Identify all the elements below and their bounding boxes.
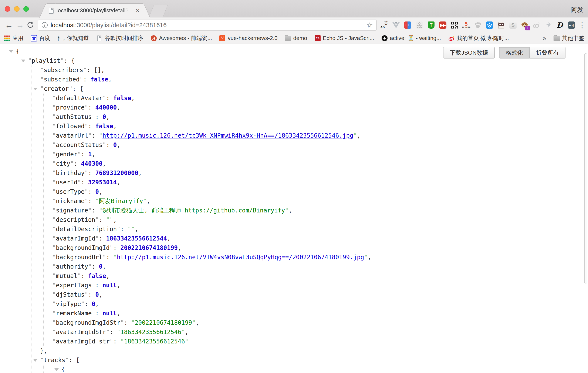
- download-json-button[interactable]: 下载JSON数据: [443, 47, 495, 58]
- image-downloader-extension-icon[interactable]: [486, 21, 494, 29]
- json-line: "vipType": 0,: [0, 299, 588, 309]
- json-line: "subscribers": [],: [0, 65, 588, 75]
- json-key: "avatarUrl": [52, 132, 92, 139]
- json-punctuation: },: [40, 347, 47, 354]
- fullscreen-window-button[interactable]: [23, 6, 29, 12]
- page-favicon: [49, 8, 53, 14]
- json-punctuation: ,: [167, 235, 170, 242]
- json-punctuation: ,: [92, 151, 95, 158]
- bookmark-star-icon[interactable]: ☆: [367, 21, 373, 29]
- reload-button[interactable]: [27, 21, 34, 29]
- bookmarks-overflow-icon[interactable]: »: [543, 34, 546, 42]
- json-line: "signature": "深圳市爱猫人士, 前端工程师 https://git…: [0, 206, 588, 215]
- json-key: "userType": [52, 188, 88, 195]
- json-punctuation: :: [106, 141, 113, 149]
- video-speed-extension-icon[interactable]: ▶▶: [439, 21, 447, 29]
- json-value: null: [103, 310, 117, 317]
- fe-helper-extension-icon[interactable]: FE: [404, 21, 411, 29]
- json-line: "nickname": "阿发Binaryify",: [0, 196, 588, 206]
- json-punctuation: {: [16, 48, 20, 55]
- monkey-extension-icon[interactable]: 1: [521, 21, 528, 29]
- bookmark-item[interactable]: 百度一下，你就知道: [31, 34, 89, 42]
- json-line: "tracks": [: [0, 356, 588, 365]
- qr-code-extension-icon[interactable]: [451, 21, 458, 29]
- json-key: "signature": [52, 207, 92, 214]
- bookmark-item[interactable]: JSEcho JS - JavaScri...: [315, 34, 374, 42]
- json-key: "creator": [40, 85, 73, 92]
- bookmark-item[interactable]: Vvue-hackernews-2.0: [219, 34, 277, 42]
- url-bar[interactable]: i localhost:3000/playlist/detail?id=2438…: [38, 20, 377, 31]
- sitemap-extension-icon[interactable]: [416, 21, 423, 29]
- json-punctuation: ,: [99, 188, 103, 195]
- json-punctuation: ,: [131, 95, 135, 102]
- other-bookmarks-folder[interactable]: 其他书签: [554, 34, 584, 42]
- json-punctuation: ,: [138, 170, 142, 177]
- format-button[interactable]: 格式化: [499, 47, 529, 58]
- html5-player-extension-icon[interactable]: 5PLAYER: [462, 21, 470, 29]
- collapse-toggle-icon[interactable]: [33, 359, 37, 362]
- bookmark-item[interactable]: demo: [285, 34, 307, 42]
- vue-devtools-extension-icon[interactable]: [392, 21, 400, 29]
- dark-reader-extension-icon[interactable]: D: [556, 21, 564, 29]
- collapse-all-button[interactable]: 折叠所有: [529, 47, 566, 58]
- close-window-button[interactable]: [5, 6, 10, 12]
- json-key: "detailDescription": [52, 226, 120, 233]
- json-key: "backgroundUrl": [52, 254, 106, 261]
- json-line: "authStatus": 0,: [0, 112, 588, 122]
- tampermonkey-extension-icon[interactable]: T: [427, 21, 435, 29]
- hummingbird-extension-icon[interactable]: [544, 21, 552, 29]
- paw-extension-icon[interactable]: [474, 21, 482, 29]
- json-punctuation: ,: [117, 282, 120, 289]
- json-line: "description": "",: [0, 215, 588, 224]
- browser-tab[interactable]: localhost:3000/playlist/detail? ×: [48, 3, 142, 17]
- json-punctuation: :: [88, 198, 95, 204]
- bookmark-label: active: ⏳ - waiting...: [390, 35, 441, 42]
- json-value: false: [95, 123, 113, 130]
- json-string: "": [127, 226, 135, 233]
- weibo-gray-extension-icon[interactable]: [533, 21, 540, 29]
- folder-icon: [285, 35, 291, 42]
- user-agent-mask-extension-icon[interactable]: [497, 21, 505, 29]
- json-line: "backgroundUrl": "http://p1.music.126.ne…: [0, 253, 588, 262]
- browser-profile-name[interactable]: 阿发: [571, 6, 583, 14]
- url-text[interactable]: localhost:3000/playlist/detail?id=243816…: [51, 22, 167, 29]
- json-punctuation: :: [88, 291, 95, 298]
- back-button[interactable]: ←: [3, 21, 14, 29]
- bookmark-item[interactable]: 应用: [4, 34, 23, 42]
- json-punctuation: : [],: [87, 66, 105, 74]
- translate-extension-icon[interactable]: 英en: [380, 21, 388, 29]
- collapse-toggle-icon[interactable]: [21, 60, 25, 62]
- json-value: 0: [113, 141, 117, 149]
- json-line: "djStatus": 0,: [0, 290, 588, 299]
- json-value: 18633423556612544: [106, 235, 167, 242]
- browser-toolbar: ← → i localhost:3000/playlist/detail?id=…: [0, 17, 588, 33]
- json-key: "subscribed": [40, 76, 83, 83]
- json-key: "tracks": [40, 357, 69, 364]
- json-actions: 下载JSON数据 格式化 折叠所有: [443, 47, 566, 58]
- stylish-extension-icon[interactable]: S: [509, 21, 517, 29]
- json-url-link[interactable]: http://p1.music.126.net/VTW4vsN08vwL3uSQ…: [117, 254, 364, 261]
- minimize-window-button[interactable]: [14, 6, 20, 12]
- json-value: false: [90, 76, 108, 83]
- bookmark-item[interactable]: 谷歌按时间排序: [96, 34, 143, 42]
- collapse-toggle-icon[interactable]: [33, 88, 37, 90]
- bookmark-item[interactable]: 我的首页 微博-随时...: [448, 34, 509, 42]
- scrollbar-thumb[interactable]: [584, 53, 587, 283]
- collapse-toggle-icon[interactable]: [9, 50, 13, 53]
- json-line: "province": 440000,: [0, 103, 588, 112]
- json-string: "2002210674180199": [131, 319, 196, 326]
- json-key: "mutual": [52, 272, 81, 279]
- json-line: "gender": 1,: [0, 150, 588, 159]
- tab-close-icon[interactable]: ×: [134, 7, 141, 14]
- json-punctuation: :: [124, 319, 131, 326]
- new-tab-button[interactable]: [149, 5, 168, 17]
- bookmark-item[interactable]: active: ⏳ - waiting...: [381, 34, 441, 42]
- page-info-icon[interactable]: i: [42, 22, 48, 28]
- json-url-link[interactable]: http://p1.music.126.net/tc3Wk_XNPmwiR4hx…: [103, 132, 353, 139]
- collapse-toggle-icon[interactable]: [54, 368, 59, 371]
- bookmark-item[interactable]: AAwesomes - 前端资...: [150, 34, 212, 42]
- forward-button: →: [14, 21, 25, 29]
- password-manager-extension-icon[interactable]: •••|: [567, 21, 575, 29]
- browser-menu-icon[interactable]: ⋮: [578, 21, 585, 30]
- json-key: "expertTags": [52, 282, 95, 289]
